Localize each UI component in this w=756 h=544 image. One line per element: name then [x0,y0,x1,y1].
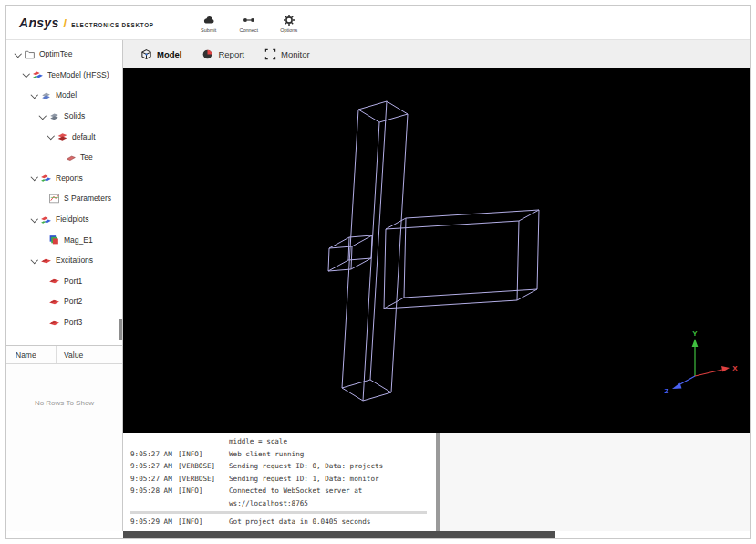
chevron-down-icon[interactable] [14,50,22,58]
tab-label: Report [218,49,244,59]
console-message: ws://localhost:8765 [229,497,308,510]
header: Ansys / ELECTRONICS DESKTOP SubmitConnec… [6,6,750,40]
toolbar-button-connect[interactable]: Connect [233,14,265,33]
toolbar-button-submit[interactable]: Submit [192,14,225,33]
console-message: Connected to WebSocket server at [229,485,362,497]
tree-item-solids[interactable]: Solids [6,106,122,127]
splot-icon [48,193,60,204]
z-axis-label: Z [665,387,669,395]
x-axis-arrow [695,370,722,376]
tree-item-s-parameters[interactable]: S Parameters [6,188,122,209]
app-window: Ansys / ELECTRONICS DESKTOP SubmitConnec… [5,5,751,539]
cloud-icon [202,14,215,26]
tree-item-label: Solids [64,111,85,120]
chevron-down-icon[interactable] [47,132,55,141]
console-timestamp: 9:05:29 AM [130,516,178,528]
chevron-down-icon[interactable] [30,91,38,99]
tree-item-label: Tee [80,152,93,162]
ansys-logo: Ansys / ELECTRONICS DESKTOP [19,16,154,30]
console-timestamp: 9:05:27 AM [130,448,178,461]
chevron-spacer [38,277,47,285]
port-icon [48,296,60,308]
console-message: Sending request ID: 1, Data: monitor [229,473,379,486]
properties-panel: Name Value No Rows To Show [6,345,122,531]
reports-icon [40,172,52,183]
tree-item-label: S Parameters [64,194,111,203]
name-column-header: Name [6,346,57,363]
product-name: ELECTRONICS DESKTOP [71,22,154,28]
connect-icon [243,14,255,26]
tree-item-label: Reports [56,173,83,183]
chevron-down-icon[interactable] [30,173,38,182]
tree-item-reports[interactable]: Reports [6,168,122,189]
y-axis-label: Y [692,330,698,338]
console-timestamp: 9:05:27 AM [130,473,178,486]
console-message: Got project data in 0.0405 seconds [229,516,370,528]
chevron-down-icon[interactable] [30,256,38,265]
tree-scrollbar[interactable] [119,319,122,340]
excitations-icon [40,255,52,267]
tree-item-port3[interactable]: Port3 [6,312,122,333]
port-icon [48,317,60,329]
x-axis-label: X [732,364,738,372]
tree-item-default[interactable]: default [6,126,122,147]
wireframe-canvas: Y X Z [123,68,750,433]
console-line: 9:05:27 AM[VERBOSE]Sending request ID: 0… [130,460,436,473]
console-horizontal-scrollbar[interactable] [130,511,427,514]
toolbar-button-options[interactable]: Options [273,14,306,33]
console-timestamp [130,435,178,448]
chevron-spacer [38,298,47,306]
y-axis-arrowhead [692,339,699,347]
model-tab-icon [140,48,152,60]
chevron-spacer [38,194,47,203]
tree-item-tee[interactable]: Tee [6,147,122,168]
solids-icon [48,110,60,122]
chevron-down-icon[interactable] [30,215,38,224]
tree-item-label: OptimTee [39,49,72,58]
console-timestamp [130,497,178,510]
bottom-scrollbar[interactable] [123,531,555,538]
console-message: Web client running [229,448,304,461]
chevron-spacer [55,153,63,162]
tree-item-model[interactable]: Model [6,85,122,106]
ansys-wordmark: Ansys [19,16,59,30]
value-column-header: Value [57,350,83,360]
tree-item-label: Port3 [64,318,82,327]
console-line: middle = scale [130,435,436,448]
tab-label: Monitor [281,49,310,59]
console-line: 9:05:27 AM[INFO]Web client running [130,448,436,461]
tree-item-label: TeeModel (HFSS) [47,70,109,79]
tab-model[interactable]: Model [130,40,192,68]
viewport-3d[interactable]: Y X Z [123,68,750,433]
console-level [178,435,229,448]
tab-monitor[interactable]: Monitor [254,40,320,68]
console-level: [INFO] [178,485,229,497]
console-line: ws://localhost:8765 [130,497,436,510]
tab-label: Model [157,49,181,59]
main-area: ModelReportMonitor Y X Z middle [123,40,750,538]
console-level: [VERBOSE] [178,473,229,486]
tab-report[interactable]: Report [192,40,254,68]
fieldplot-icon [48,234,60,246]
toolbar-button-label: Options [280,27,297,33]
project-tree: OptimTeeTeeModel (HFSS)ModelSolidsdefaul… [6,40,122,345]
hfss-icon [32,68,44,80]
tree-item-excitations[interactable]: Excitations [6,250,122,271]
console-lines-top: middle = scale9:05:27 AM[INFO]Web client… [130,435,436,509]
tree-item-optimtee[interactable]: OptimTee [6,44,122,65]
material-icon [57,131,68,142]
chevron-spacer [38,235,47,244]
tree-item-port1[interactable]: Port1 [6,271,122,292]
tee-wireframe [328,101,539,401]
tree-item-label: Model [56,90,77,99]
tree-item-teemodel-hfss[interactable]: TeeModel (HFSS) [6,65,122,86]
chevron-down-icon[interactable] [38,112,47,120]
tree-item-fieldplots[interactable]: Fieldplots [6,209,122,230]
console-timestamp: 9:05:27 AM [130,460,178,473]
tree-item-label: Excitations [56,256,93,265]
fieldplots-icon [40,214,52,225]
tree-item-mag-e1[interactable]: Mag_E1 [6,229,122,250]
chevron-down-icon[interactable] [22,70,30,78]
console-log: middle = scale9:05:27 AM[INFO]Web client… [123,433,436,531]
tree-item-port2[interactable]: Port2 [6,291,122,312]
